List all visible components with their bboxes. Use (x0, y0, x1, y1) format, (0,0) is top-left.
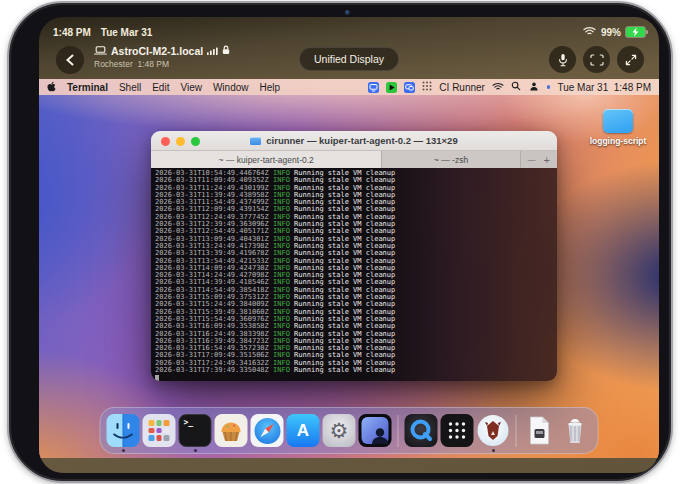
status-indicator-dot (547, 85, 551, 89)
status-date: Tue Mar 31 (101, 27, 153, 38)
window-title: cirunner — kuiper-tart-agent-0.2 — 131×2… (266, 135, 457, 146)
sidecar-toolbar: AstroCI-M2-1.local Rochester 1:48 PM Uni… (39, 42, 659, 78)
menu-help[interactable]: Help (260, 82, 281, 93)
lock-icon (222, 45, 230, 57)
terminal-window[interactable]: cirunner — kuiper-tart-agent-0.2 — 131×2… (151, 131, 557, 381)
running-indicator (194, 449, 197, 452)
host-name: AstroCI-M2-1.local (111, 45, 203, 57)
dock-trash-icon[interactable] (559, 414, 592, 447)
laptop-icon (94, 45, 107, 57)
unified-display-button[interactable]: Unified Display (299, 47, 399, 71)
dock-screen-sharing-icon[interactable] (359, 414, 392, 447)
dock: >_A⚙ (100, 407, 599, 454)
terminal-body[interactable]: 2026-03-31T10:54:49.446764Z INFO Running… (151, 168, 557, 381)
prompt-line (155, 374, 557, 381)
battery-percent: 99% (601, 27, 621, 38)
menu-window[interactable]: Window (213, 82, 249, 93)
spotlight-icon[interactable] (511, 81, 521, 93)
new-tab-button[interactable]: + (544, 154, 550, 166)
front-camera (345, 10, 350, 15)
menu-terminal[interactable]: Terminal (67, 82, 108, 93)
display-frame-button[interactable] (583, 46, 610, 73)
terminal-cursor (155, 375, 159, 381)
dock-divider (398, 415, 399, 447)
user-switch-icon[interactable] (528, 82, 540, 93)
dock-app-store-icon[interactable]: A (287, 414, 320, 447)
host-subtitle: Rochester 1:48 PM (94, 59, 230, 69)
dock-safari-icon[interactable] (251, 414, 284, 447)
ci-runner-status-item[interactable]: CI Runner (439, 82, 485, 93)
ipad-status-bar: 1:48 PM Tue Mar 31 99% (53, 24, 645, 40)
expand-button[interactable] (617, 46, 644, 73)
running-indicator (492, 449, 495, 452)
terminal-tab-bar: ~ — kuiper-tart-agent-0.2 ~ — -zsh — + (151, 151, 557, 168)
battery-icon (626, 27, 645, 37)
tab-kuiper-tart-agent[interactable]: ~ — kuiper-tart-agent-0.2 (151, 151, 382, 168)
dock-system-settings-icon[interactable]: ⚙ (323, 414, 356, 447)
dock-divider (516, 415, 517, 447)
microphone-button[interactable] (549, 46, 576, 73)
apple-menu-icon[interactable] (47, 81, 56, 94)
minimize-button[interactable] (176, 137, 185, 146)
dock-tart-icon[interactable] (215, 414, 248, 447)
dock-terminal-icon[interactable]: >_ (179, 414, 212, 447)
wifi-icon (583, 26, 596, 38)
menubar-clock[interactable]: Tue Mar 31 1:48 PM (557, 82, 651, 93)
tab-zsh[interactable]: ~ — -zsh (382, 151, 520, 168)
tab-label: ~ — -zsh (434, 155, 468, 165)
desktop-icon-logging-script[interactable]: logging-script (583, 109, 653, 146)
tab-label: ~ — kuiper-tart-agent-0.2 (219, 155, 314, 165)
folder-proxy-icon (250, 137, 261, 145)
menu-view[interactable]: View (180, 82, 202, 93)
signal-bars-icon (207, 45, 218, 57)
running-indicator (122, 449, 125, 452)
close-button[interactable] (161, 137, 170, 146)
menubar-wifi-icon[interactable] (492, 82, 504, 93)
screens-status-icon[interactable] (404, 82, 415, 93)
dock-document-icon[interactable] (523, 414, 556, 447)
dock-quicktime-icon[interactable] (405, 414, 438, 447)
ipad-screen: 1:48 PM Tue Mar 31 99% (39, 17, 659, 473)
host-info[interactable]: AstroCI-M2-1.local Rochester 1:48 PM (94, 45, 230, 69)
zoom-button[interactable] (191, 137, 200, 146)
tab-overflow-button[interactable]: — (528, 155, 536, 164)
ipad-frame: 1:48 PM Tue Mar 31 99% (7, 1, 673, 483)
stage: 1:48 PM Tue Mar 31 99% (0, 0, 680, 484)
runner-play-status-icon[interactable] (386, 82, 397, 93)
dock-husky-icon[interactable] (477, 414, 510, 447)
back-button[interactable] (56, 46, 84, 74)
menu-shell[interactable]: Shell (119, 82, 141, 93)
log-line: 2026-03-31T17:39:49.335048Z INFO Running… (155, 367, 557, 374)
terminal-title-bar[interactable]: cirunner — kuiper-tart-agent-0.2 — 131×2… (151, 131, 557, 151)
status-time: 1:48 PM (53, 27, 91, 38)
terminal-output: 2026-03-31T10:54:49.446764Z INFO Running… (155, 170, 557, 374)
grid-dots-status-icon[interactable] (422, 81, 432, 93)
mac-display: Terminal Shell Edit View Window Help (39, 79, 659, 458)
desktop-icon-label: logging-script (590, 136, 647, 146)
dock-finder-icon[interactable] (107, 414, 140, 447)
menu-edit[interactable]: Edit (152, 82, 169, 93)
dock-dots-grid-icon[interactable] (441, 414, 474, 447)
display-status-icon[interactable] (368, 82, 379, 93)
mac-menu-bar: Terminal Shell Edit View Window Help (39, 79, 659, 95)
dock-launchpad-icon[interactable] (143, 414, 176, 447)
script-file-icon (603, 109, 633, 133)
